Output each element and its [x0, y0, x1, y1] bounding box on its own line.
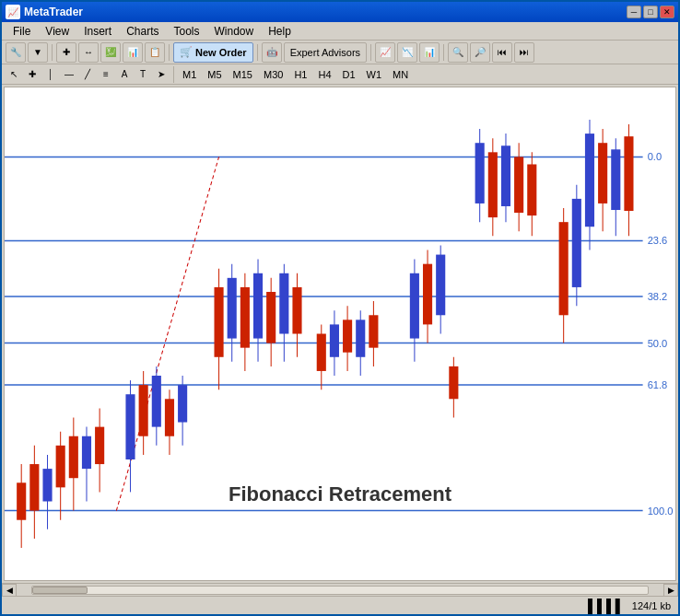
timeframe-mn[interactable]: MN	[388, 67, 413, 82]
svg-rect-36	[178, 385, 187, 422]
new-order-button[interactable]: 🛒 New Order	[173, 42, 253, 63]
timeframe-h1[interactable]: H1	[289, 67, 311, 82]
toolbar-btn-nav2[interactable]: ⏭	[514, 42, 534, 63]
svg-text:23.6: 23.6	[648, 235, 668, 246]
timeframe-w1[interactable]: W1	[362, 67, 387, 82]
svg-rect-76	[514, 157, 523, 213]
svg-rect-58	[356, 320, 365, 356]
timeframe-m30[interactable]: M30	[259, 67, 287, 82]
svg-rect-14	[17, 482, 26, 519]
svg-rect-38	[215, 287, 224, 357]
svg-text:0.0: 0.0	[648, 151, 662, 162]
toolbar-sep-2	[169, 44, 170, 61]
svg-rect-84	[585, 134, 594, 227]
svg-rect-72	[488, 152, 498, 217]
label-tool[interactable]: T	[135, 66, 151, 83]
horizontal-scrollbar[interactable]: ◀ ▶	[2, 583, 678, 596]
scroll-left-btn[interactable]: ◀	[2, 584, 17, 597]
svg-rect-50	[292, 287, 301, 334]
toolbar-btn-1[interactable]: 🔧	[6, 42, 26, 63]
hline-tool[interactable]: —	[61, 66, 77, 83]
timeframe-m1[interactable]: M1	[178, 67, 201, 82]
main-toolbar: 🔧 ▼ ✚ ↔ 💹 📊 📋 🛒 New Order 🤖 Expert Advis…	[2, 41, 678, 64]
crosshair-tool[interactable]: ✚	[24, 66, 41, 83]
svg-rect-62	[410, 273, 419, 339]
svg-rect-74	[501, 145, 510, 206]
scrollbar-thumb[interactable]	[32, 587, 88, 594]
toolbar-sep-1	[52, 44, 53, 61]
toolbar-btn-chart2[interactable]: 📉	[397, 42, 417, 63]
scrollbar-track[interactable]	[31, 586, 649, 595]
toolbar-sep-4	[370, 44, 371, 61]
menu-window[interactable]: Window	[207, 23, 262, 40]
svg-text:100.0: 100.0	[648, 506, 674, 517]
svg-rect-32	[152, 376, 161, 427]
timeframe-m15[interactable]: M15	[229, 67, 257, 82]
svg-rect-86	[598, 143, 607, 203]
maximize-button[interactable]: □	[643, 6, 658, 18]
svg-rect-26	[95, 427, 104, 464]
toolbar-btn-zoom-out[interactable]: 🔎	[470, 42, 490, 63]
menu-help[interactable]: Help	[261, 23, 299, 40]
trendline-tool[interactable]: ╱	[79, 66, 96, 83]
svg-rect-88	[611, 149, 620, 210]
status-bars-icon: ▌▌▌▌	[588, 599, 625, 613]
arrow-tool[interactable]: ➤	[153, 66, 170, 83]
menu-view[interactable]: View	[38, 23, 76, 40]
channel-tool[interactable]: ≡	[98, 66, 114, 83]
window-title: MetaTrader	[24, 6, 83, 18]
svg-rect-40	[228, 278, 237, 339]
toolbar-btn-2[interactable]: ▼	[28, 42, 48, 63]
toolbar-btn-chart3[interactable]: 📊	[419, 42, 440, 63]
svg-rect-52	[317, 334, 326, 371]
new-order-icon: 🛒	[180, 46, 193, 58]
svg-rect-28	[125, 394, 135, 459]
toolbar-btn-nav1[interactable]: ⏮	[492, 42, 512, 63]
menu-bar: File View Insert Charts Tools Window Hel…	[2, 22, 678, 41]
svg-rect-56	[343, 320, 352, 352]
close-button[interactable]: ✕	[660, 6, 674, 18]
timeframe-d1[interactable]: D1	[338, 67, 360, 82]
svg-rect-24	[82, 436, 91, 469]
time-sep	[173, 66, 174, 83]
svg-rect-64	[423, 264, 432, 325]
cursor-tool[interactable]: ↖	[6, 66, 22, 83]
timeframe-h4[interactable]: H4	[313, 67, 335, 82]
svg-rect-70	[475, 143, 485, 203]
expert-advisors-label: Expert Advisors	[290, 47, 360, 58]
status-bar: ▌▌▌▌ 124/1 kb	[2, 596, 678, 614]
svg-rect-80	[559, 222, 569, 315]
scroll-right-btn[interactable]: ▶	[663, 584, 678, 597]
timeframe-m5[interactable]: M5	[203, 67, 226, 82]
text-tool[interactable]: A	[116, 66, 133, 83]
svg-rect-44	[253, 273, 263, 339]
menu-charts[interactable]: Charts	[119, 23, 166, 40]
toolbar-sep-3	[257, 44, 258, 61]
expert-advisors-button[interactable]: Expert Advisors	[284, 42, 367, 63]
main-window: 📈 MetaTrader ─ □ ✕ File View Insert Char…	[0, 0, 680, 616]
svg-rect-18	[42, 469, 52, 501]
toolbar-btn-5[interactable]: 💹	[100, 42, 121, 63]
menu-insert[interactable]: Insert	[76, 23, 119, 40]
line-tool[interactable]: │	[42, 66, 59, 83]
minimize-button[interactable]: ─	[627, 6, 641, 18]
svg-rect-22	[69, 436, 78, 479]
menu-tools[interactable]: Tools	[167, 23, 207, 40]
toolbar-btn-3[interactable]: ✚	[56, 42, 76, 63]
toolbar-btn-chart1[interactable]: 📈	[375, 42, 395, 63]
svg-text:50.0: 50.0	[648, 338, 668, 349]
status-right: ▌▌▌▌ 124/1 kb	[588, 599, 671, 613]
svg-rect-20	[56, 446, 65, 488]
menu-file[interactable]: File	[6, 23, 38, 40]
new-order-label: New Order	[195, 47, 247, 58]
svg-rect-46	[266, 292, 276, 343]
toolbar-btn-robot-icon[interactable]: 🤖	[262, 42, 282, 63]
chart-area[interactable]: 0.0 23.6 38.2 50.0 61.8 100.0	[4, 87, 676, 581]
toolbar-btn-6[interactable]: 📊	[123, 42, 143, 63]
chart-title: Fibonacci Retracement	[229, 482, 451, 506]
toolbar-btn-4[interactable]: ↔	[78, 42, 99, 63]
toolbar-btn-zoom-in[interactable]: 🔍	[448, 42, 468, 63]
svg-rect-68	[449, 366, 458, 399]
svg-rect-60	[369, 315, 378, 347]
toolbar-btn-7[interactable]: 📋	[145, 42, 165, 63]
